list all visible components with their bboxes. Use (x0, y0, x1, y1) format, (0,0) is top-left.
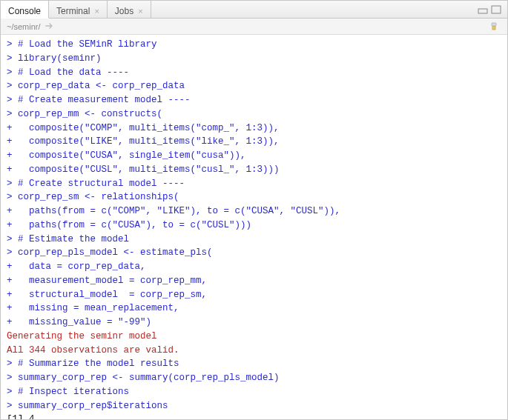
console-line: + paths(from = c("COMP", "LIKE"), to = c… (7, 204, 501, 219)
console-line: > # Estimate the model (7, 233, 501, 247)
console-line: > # Inspect iterations (7, 385, 501, 399)
console-line: Generating the seminr model (7, 330, 501, 344)
console-line: + composite("COMP", multi_items("comp_",… (7, 121, 501, 136)
console-line: > corp_rep_mm <- constructs( (7, 107, 501, 121)
tab-terminal[interactable]: Terminal × (49, 1, 108, 18)
svg-rect-2 (492, 26, 495, 30)
console-line: > summary_corp_rep$iterations (7, 399, 501, 413)
console-line: + composite("CUSL", multi_items("cusl_",… (7, 163, 501, 177)
console-line: + measurement_model = corp_rep_mm, (7, 274, 501, 288)
console-line: > corp_rep_data <- corp_rep_data (7, 79, 501, 93)
console-line: > library(seminr) (7, 52, 501, 66)
close-icon[interactable]: × (138, 7, 142, 16)
console-line: + missing = mean_replacement, (7, 301, 501, 316)
tab-label: Jobs (115, 6, 133, 16)
tab-console[interactable]: Console (1, 1, 49, 19)
console-line: + structural_model = corp_rep_sm, (7, 288, 501, 302)
console-line: > # Create structural model ---- (7, 177, 501, 191)
tab-label: Console (8, 6, 41, 16)
console-line: + missing_value = "-99") (7, 316, 501, 330)
clear-console-icon[interactable] (488, 21, 501, 33)
go-arrow-icon[interactable] (45, 22, 54, 31)
console-line: > # Create measurement model ---- (7, 93, 501, 107)
working-dir-path: ~/seminr/ (7, 22, 41, 31)
tab-jobs[interactable]: Jobs × (108, 1, 151, 18)
maximize-pane-icon[interactable] (491, 5, 503, 14)
console-line: [1] 4 (7, 413, 501, 419)
working-dir-bar: ~/seminr/ (1, 19, 507, 35)
console-line: + composite("LIKE", multi_items("like_",… (7, 135, 501, 149)
console-pane: Console Terminal × Jobs × ~/seminr/ (0, 0, 508, 420)
pane-window-controls (478, 1, 507, 18)
console-line: + paths(from = c("CUSA"), to = c("CUSL")… (7, 219, 501, 233)
tab-bar: Console Terminal × Jobs × (1, 1, 507, 19)
console-line: + data = corp_rep_data, (7, 260, 501, 274)
console-line: > corp_rep_pls_model <- estimate_pls( (7, 246, 501, 260)
svg-rect-3 (492, 23, 496, 26)
minimize-pane-icon[interactable] (478, 5, 489, 14)
console-line: > # Load the data ---- (7, 66, 501, 80)
tab-label: Terminal (56, 6, 90, 16)
console-line: > # Load the SEMinR library (7, 38, 501, 52)
svg-rect-0 (478, 9, 487, 13)
console-line: > summary_corp_rep <- summary(corp_rep_p… (7, 371, 501, 385)
console-line: > # Summarize the model results (7, 357, 501, 371)
console-line: > corp_rep_sm <- relationships( (7, 190, 501, 204)
console-output[interactable]: > # Load the SEMinR library> library(sem… (1, 35, 507, 419)
console-line: All 344 observations are valid. (7, 344, 501, 358)
console-line: + composite("CUSA", single_item("cusa"))… (7, 149, 501, 163)
close-icon[interactable]: × (94, 7, 99, 16)
svg-rect-1 (492, 6, 501, 13)
